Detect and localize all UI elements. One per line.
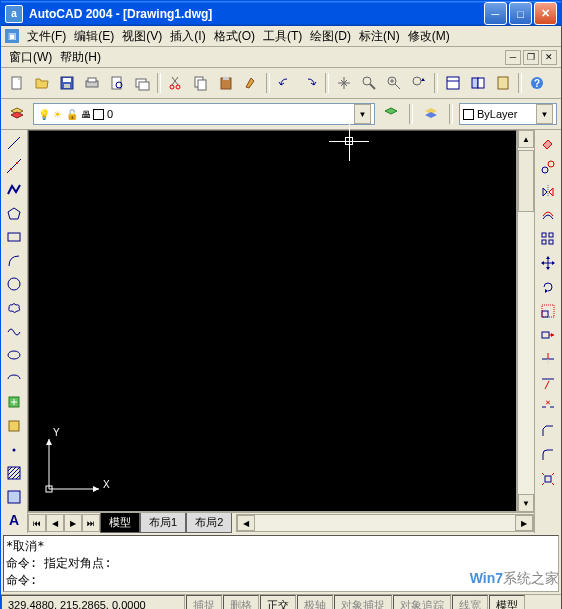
ortho-toggle[interactable]: 正交	[260, 595, 296, 609]
window-title: AutoCAD 2004 - [Drawing1.dwg]	[27, 7, 484, 21]
ellipse-button[interactable]	[2, 344, 26, 366]
publish-button[interactable]	[130, 71, 154, 95]
menu-insert[interactable]: 插入(I)	[166, 26, 209, 47]
pan-button[interactable]	[332, 71, 356, 95]
polar-toggle[interactable]: 极轴	[297, 595, 333, 609]
menu-window[interactable]: 窗口(W)	[5, 47, 56, 68]
copy-button[interactable]	[189, 71, 213, 95]
tab-layout2[interactable]: 布局2	[186, 513, 232, 533]
point-button[interactable]	[2, 439, 26, 461]
zoom-window-button[interactable]	[382, 71, 406, 95]
color-dropdown[interactable]: ByLayer ▼	[459, 103, 557, 125]
rotate-button[interactable]	[536, 276, 560, 298]
open-button[interactable]	[30, 71, 54, 95]
rectangle-button[interactable]	[2, 226, 26, 248]
menu-help[interactable]: 帮助(H)	[56, 47, 105, 68]
menu-dimension[interactable]: 标注(N)	[355, 26, 404, 47]
spline-button[interactable]	[2, 321, 26, 343]
menu-tools[interactable]: 工具(T)	[259, 26, 306, 47]
mdi-minimize[interactable]: ─	[505, 50, 521, 65]
snap-toggle[interactable]: 捕捉	[186, 595, 222, 609]
layer-manager-button[interactable]	[5, 102, 29, 126]
match-button[interactable]	[239, 71, 263, 95]
arc-button[interactable]	[2, 250, 26, 272]
tool-palettes-button[interactable]	[491, 71, 515, 95]
trim-button[interactable]	[536, 348, 560, 370]
tab-next-button[interactable]: ▶	[64, 514, 82, 532]
tab-last-button[interactable]: ⏭	[82, 514, 100, 532]
preview-button[interactable]	[105, 71, 129, 95]
zoom-prev-button[interactable]	[407, 71, 431, 95]
erase-button[interactable]	[536, 132, 560, 154]
layer-states-button[interactable]	[419, 102, 443, 126]
svg-point-10	[170, 85, 174, 89]
array-button[interactable]	[536, 228, 560, 250]
new-button[interactable]	[5, 71, 29, 95]
circle-button[interactable]	[2, 274, 26, 296]
move-button[interactable]	[536, 252, 560, 274]
scroll-down-button[interactable]: ▼	[518, 494, 534, 512]
undo-button[interactable]	[273, 71, 297, 95]
plot-button[interactable]	[80, 71, 104, 95]
line-button[interactable]	[2, 132, 26, 154]
scroll-left-button[interactable]: ◀	[237, 515, 255, 531]
tab-first-button[interactable]: ⏮	[28, 514, 46, 532]
mdi-restore[interactable]: ❐	[523, 50, 539, 65]
vertical-scrollbar[interactable]: ▲ ▼	[517, 130, 534, 512]
close-button[interactable]: ✕	[534, 2, 557, 25]
mdi-close[interactable]: ✕	[541, 50, 557, 65]
copy-object-button[interactable]	[536, 156, 560, 178]
grid-toggle[interactable]: 删格	[223, 595, 259, 609]
menu-draw[interactable]: 绘图(D)	[306, 26, 355, 47]
region-button[interactable]	[2, 486, 26, 508]
menu-modify[interactable]: 修改(M)	[404, 26, 454, 47]
save-button[interactable]	[55, 71, 79, 95]
minimize-button[interactable]: ─	[484, 2, 507, 25]
help-button[interactable]: ?	[525, 71, 549, 95]
stretch-button[interactable]	[536, 324, 560, 346]
osnap-toggle[interactable]: 对象捕捉	[334, 595, 392, 609]
zoom-button[interactable]	[357, 71, 381, 95]
redo-button[interactable]	[298, 71, 322, 95]
pline-button[interactable]	[2, 179, 26, 201]
layer-dropdown[interactable]: 💡 ☀ 🔓 🖶 0 ▼	[33, 103, 375, 125]
tab-prev-button[interactable]: ◀	[46, 514, 64, 532]
extend-button[interactable]	[536, 372, 560, 394]
chamfer-button[interactable]	[536, 420, 560, 442]
menu-format[interactable]: 格式(O)	[210, 26, 259, 47]
scale-button[interactable]	[536, 300, 560, 322]
xline-button[interactable]	[2, 156, 26, 178]
menu-view[interactable]: 视图(V)	[118, 26, 166, 47]
design-center-button[interactable]	[466, 71, 490, 95]
model-toggle[interactable]: 模型	[489, 595, 525, 609]
layer-prev-button[interactable]	[379, 102, 403, 126]
cut-button[interactable]	[164, 71, 188, 95]
tab-model[interactable]: 模型	[100, 513, 140, 533]
drawing-area[interactable]: Y X	[28, 130, 517, 512]
command-line[interactable]: *取消* 命令: 指定对角点: 命令:	[3, 535, 559, 592]
insert-block-button[interactable]	[2, 392, 26, 414]
horizontal-scrollbar[interactable]: ◀ ▶	[236, 514, 534, 532]
revcloud-button[interactable]	[2, 297, 26, 319]
polygon-button[interactable]	[2, 203, 26, 225]
hatch-button[interactable]	[2, 462, 26, 484]
scroll-right-button[interactable]: ▶	[515, 515, 533, 531]
mirror-button[interactable]	[536, 180, 560, 202]
tab-layout1[interactable]: 布局1	[140, 513, 186, 533]
properties-button[interactable]	[441, 71, 465, 95]
text-button[interactable]: A	[2, 510, 26, 532]
scroll-thumb[interactable]	[518, 150, 534, 212]
scroll-up-button[interactable]: ▲	[518, 130, 534, 148]
otrack-toggle[interactable]: 对象追踪	[393, 595, 451, 609]
menu-edit[interactable]: 编辑(E)	[70, 26, 118, 47]
paste-button[interactable]	[214, 71, 238, 95]
offset-button[interactable]	[536, 204, 560, 226]
maximize-button[interactable]: □	[509, 2, 532, 25]
lwt-toggle[interactable]: 线宽	[452, 595, 488, 609]
explode-button[interactable]	[536, 468, 560, 490]
make-block-button[interactable]	[2, 415, 26, 437]
fillet-button[interactable]	[536, 444, 560, 466]
break-button[interactable]: ✕	[536, 396, 560, 418]
ellipse-arc-button[interactable]	[2, 368, 26, 390]
menu-file[interactable]: 文件(F)	[23, 26, 70, 47]
